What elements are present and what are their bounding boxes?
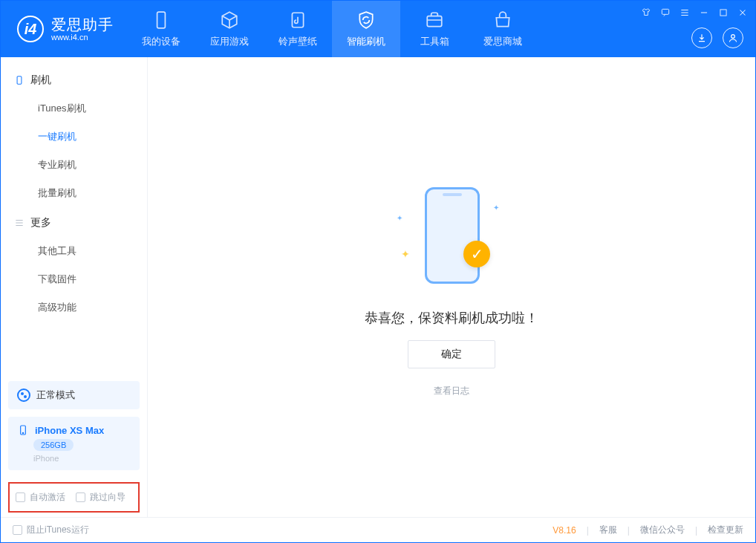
checkbox-skip-guide[interactable]: 跳过向导 bbox=[76, 491, 126, 504]
ok-button[interactable]: 确定 bbox=[408, 340, 495, 368]
bottom-options-highlight: 自动激活 跳过向导 bbox=[8, 482, 140, 513]
app-window: i4 爱思助手 www.i4.cn 我的设备 应用游戏 铃声壁纸 智能刷机 bbox=[0, 0, 756, 543]
main-tabs: 我的设备 应用游戏 铃声壁纸 智能刷机 工具箱 爱思商城 bbox=[127, 1, 537, 57]
sparkle-icon: ✦ bbox=[401, 248, 410, 260]
version-label: V8.16 bbox=[553, 525, 576, 536]
sidebar-item-oneclick-flash[interactable]: 一键刷机 bbox=[1, 123, 147, 151]
sidebar-group-more: 更多 bbox=[1, 207, 147, 237]
briefcase-icon bbox=[424, 10, 445, 30]
phone-small-icon bbox=[14, 75, 25, 85]
success-illustration: ✦ ✦ ✦ ✓ bbox=[392, 177, 511, 296]
svg-rect-0 bbox=[157, 12, 166, 28]
svg-rect-3 bbox=[662, 9, 668, 14]
music-file-icon bbox=[287, 10, 308, 30]
wechat-link[interactable]: 微信公众号 bbox=[640, 524, 685, 536]
checkbox-icon bbox=[16, 492, 25, 502]
app-title: 爱思助手 bbox=[51, 16, 114, 33]
sidebar-group-flash: 刷机 bbox=[1, 65, 147, 94]
download-icon[interactable] bbox=[691, 27, 712, 48]
sparkle-icon: ✦ bbox=[493, 204, 499, 212]
mode-icon bbox=[17, 388, 30, 402]
status-bar: 阻止iTunes运行 V8.16 | 客服 | 微信公众号 | 检查更新 bbox=[1, 517, 755, 542]
maximize-icon[interactable] bbox=[718, 7, 729, 18]
svg-point-5 bbox=[731, 35, 735, 39]
phone-illustration-icon bbox=[425, 187, 480, 284]
menu-icon[interactable] bbox=[680, 7, 690, 18]
tab-ringtone-wallpaper[interactable]: 铃声壁纸 bbox=[264, 1, 332, 57]
check-update-link[interactable]: 检查更新 bbox=[708, 524, 743, 536]
feedback-icon[interactable] bbox=[660, 7, 671, 18]
main-content: ✦ ✦ ✦ ✓ 恭喜您，保资料刷机成功啦！ 确定 查看日志 bbox=[148, 57, 755, 517]
app-subtitle: www.i4.cn bbox=[51, 33, 114, 42]
check-circle-icon: ✓ bbox=[463, 241, 490, 267]
svg-rect-2 bbox=[427, 16, 442, 27]
tab-toolbox[interactable]: 工具箱 bbox=[400, 1, 469, 57]
titlebar: i4 爱思助手 www.i4.cn 我的设备 应用游戏 铃声壁纸 智能刷机 bbox=[1, 1, 755, 57]
sparkle-icon: ✦ bbox=[397, 214, 403, 222]
user-icon[interactable] bbox=[723, 27, 743, 48]
sidebar: 刷机 iTunes刷机 一键刷机 专业刷机 批量刷机 更多 其他工具 下载固件 … bbox=[1, 57, 148, 517]
tab-apps-games[interactable]: 应用游戏 bbox=[195, 1, 264, 57]
tab-store[interactable]: 爱思商城 bbox=[469, 1, 537, 57]
sidebar-item-download-firmware[interactable]: 下载固件 bbox=[1, 265, 147, 293]
device-type: iPhone bbox=[33, 454, 131, 463]
customer-service-link[interactable]: 客服 bbox=[599, 524, 617, 536]
device-mode-label: 正常模式 bbox=[36, 388, 75, 402]
checkbox-icon bbox=[13, 525, 22, 535]
logo: i4 爱思助手 www.i4.cn bbox=[1, 1, 127, 57]
sidebar-item-other-tools[interactable]: 其他工具 bbox=[1, 237, 147, 265]
close-icon[interactable] bbox=[737, 7, 748, 18]
device-mode-block[interactable]: 正常模式 bbox=[8, 381, 140, 409]
svg-rect-4 bbox=[720, 10, 726, 16]
sidebar-item-pro-flash[interactable]: 专业刷机 bbox=[1, 151, 147, 179]
minimize-icon[interactable] bbox=[699, 7, 709, 18]
checkbox-auto-activate[interactable]: 自动激活 bbox=[16, 491, 65, 504]
svg-rect-6 bbox=[17, 77, 22, 85]
success-message: 恭喜您，保资料刷机成功啦！ bbox=[365, 309, 538, 327]
window-controls bbox=[641, 5, 748, 20]
sidebar-item-itunes-flash[interactable]: iTunes刷机 bbox=[1, 94, 147, 123]
cube-icon bbox=[219, 10, 240, 30]
device-name: iPhone XS Max bbox=[35, 425, 104, 436]
tab-smart-flash[interactable]: 智能刷机 bbox=[332, 1, 400, 57]
tshirt-icon[interactable] bbox=[641, 7, 651, 18]
view-log-link[interactable]: 查看日志 bbox=[434, 385, 469, 397]
sidebar-item-advanced[interactable]: 高级功能 bbox=[1, 293, 147, 322]
checkbox-block-itunes[interactable]: 阻止iTunes运行 bbox=[13, 524, 89, 536]
logo-icon: i4 bbox=[17, 16, 44, 42]
device-icon bbox=[17, 424, 29, 436]
sidebar-item-batch-flash[interactable]: 批量刷机 bbox=[1, 179, 147, 207]
shield-refresh-icon bbox=[356, 10, 377, 30]
tab-my-device[interactable]: 我的设备 bbox=[127, 1, 195, 57]
svg-point-8 bbox=[22, 432, 23, 433]
checkbox-icon bbox=[76, 492, 85, 502]
phone-icon bbox=[151, 10, 172, 30]
list-icon bbox=[14, 218, 25, 228]
device-info-block[interactable]: iPhone XS Max 256GB iPhone bbox=[8, 417, 140, 470]
device-storage-badge: 256GB bbox=[33, 439, 74, 451]
shop-icon bbox=[492, 10, 513, 30]
